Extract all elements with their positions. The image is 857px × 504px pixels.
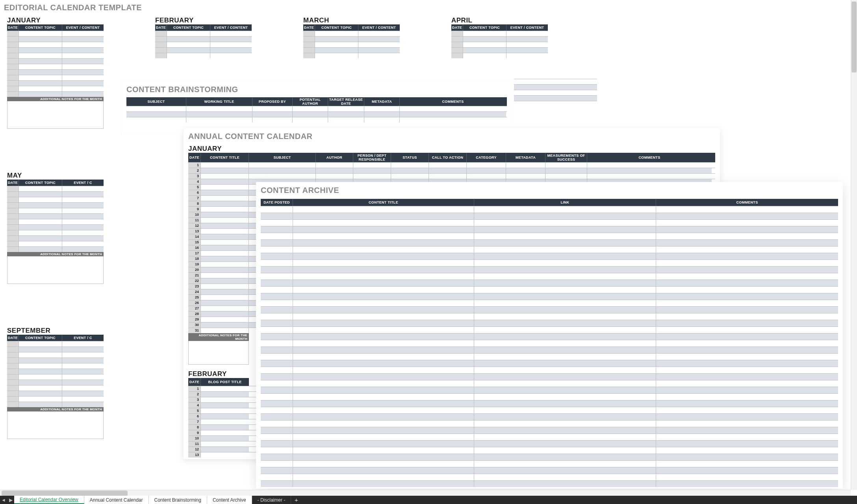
- tab-archive[interactable]: Content Archive: [207, 496, 252, 504]
- month-block-march: MARCH DATECONTENT TOPICEVENT / CONTENT: [303, 17, 400, 58]
- sheet-next-icon[interactable]: ▶: [7, 496, 14, 504]
- horizontal-scrollbar[interactable]: [0, 490, 851, 496]
- month-block-february: FEBRUARY DATECONTENT TOPICEVENT / CONTEN…: [155, 17, 252, 58]
- month-label: APRIL: [451, 17, 548, 24]
- annual-feb-header: DATE BLOG POST TITLE: [188, 378, 249, 386]
- tab-brainstorming[interactable]: Content Brainstorming: [149, 496, 207, 504]
- annual-notes-area[interactable]: [188, 341, 249, 365]
- editorial-calendar-sheet: EDITORIAL CALENDAR TEMPLATE /*positions …: [4, 3, 142, 16]
- month-block-may: MAY DATECONTENT TOPICEVENT / C ADDITIONA…: [7, 172, 104, 284]
- archive-rows: [261, 206, 838, 487]
- col-proposed-by: PROPOSED BY: [252, 97, 293, 106]
- col-metadata: METADATA: [364, 97, 400, 106]
- sheet-tab-bar: ◄ ▶ Editorial Calendar Overview Annual C…: [0, 496, 857, 504]
- tab-annual-calendar[interactable]: Annual Content Calendar: [84, 496, 149, 504]
- sheet-prev-icon[interactable]: ◄: [0, 496, 7, 504]
- notes-bar: ADDITIONAL NOTES FOR THE MONTH: [7, 252, 104, 256]
- month-rows: [7, 31, 104, 97]
- notes-area[interactable]: [7, 101, 104, 129]
- month-block-january: JANUARY DATE CONTENT TOPIC EVENT / CONTE…: [7, 17, 104, 129]
- rhs-preview-strip: [514, 30, 597, 106]
- annual-notes-bar: ADDITIONAL NOTES FOR THE MONTH: [188, 333, 249, 341]
- col-event: EVENT / CONTENT: [62, 24, 104, 31]
- annual-jan-label: JANUARY: [188, 145, 715, 153]
- editorial-title: EDITORIAL CALENDAR TEMPLATE: [4, 3, 142, 12]
- month-label: FEBRUARY: [155, 17, 252, 24]
- content-archive-sheet: CONTENT ARCHIVE DATE POSTED CONTENT TITL…: [256, 182, 843, 489]
- col-working-title: WORKING TITLE: [186, 97, 252, 106]
- brainstorm-header: SUBJECT WORKING TITLE PROPOSED BY POTENT…: [126, 97, 507, 106]
- notes-bar: ADDITIONAL NOTES FOR THE MONTH: [7, 97, 104, 101]
- notes-area[interactable]: [7, 256, 104, 284]
- add-sheet-button[interactable]: +: [291, 496, 301, 504]
- col-potential-author: POTENTIAL AUTHOR: [293, 97, 328, 106]
- month-label: SEPTEMBER: [7, 327, 104, 335]
- vertical-scrollbar[interactable]: [851, 0, 857, 490]
- month-label: MARCH: [303, 17, 400, 24]
- month-label: MAY: [7, 172, 104, 180]
- annual-title: ANNUAL CONTENT CALENDAR: [188, 132, 715, 141]
- month-header-row: DATE CONTENT TOPIC EVENT / CONTENT: [7, 24, 104, 31]
- month-label: JANUARY: [7, 17, 104, 24]
- col-comments: COMMENTS: [400, 97, 506, 106]
- col-target-release: TARGET RELEASE DATE: [328, 97, 364, 106]
- tab-editorial-overview[interactable]: Editorial Calendar Overview: [14, 496, 84, 504]
- notes-area[interactable]: [7, 411, 104, 439]
- col-topic: CONTENT TOPIC: [19, 24, 62, 31]
- brainstorming-sheet: CONTENT BRAINSTORMING SUBJECT WORKING TI…: [122, 81, 512, 134]
- archive-header: DATE POSTED CONTENT TITLE LINK COMMENTS: [261, 199, 838, 206]
- annual-jan-header: DATE CONTENT TITLE SUBJECT AUTHOR PERSON…: [188, 153, 715, 162]
- col-date: DATE: [7, 24, 19, 31]
- col-subject: SUBJECT: [126, 97, 186, 106]
- notes-bar: ADDITIONAL NOTES FOR THE MONTH: [7, 407, 104, 411]
- month-block-september: SEPTEMBER DATECONTENT TOPICEVENT / C ADD…: [7, 327, 104, 439]
- archive-title: CONTENT ARCHIVE: [261, 186, 838, 195]
- brainstorm-title: CONTENT BRAINSTORMING: [126, 85, 507, 94]
- tab-disclaimer[interactable]: - Disclaimer -: [252, 496, 291, 504]
